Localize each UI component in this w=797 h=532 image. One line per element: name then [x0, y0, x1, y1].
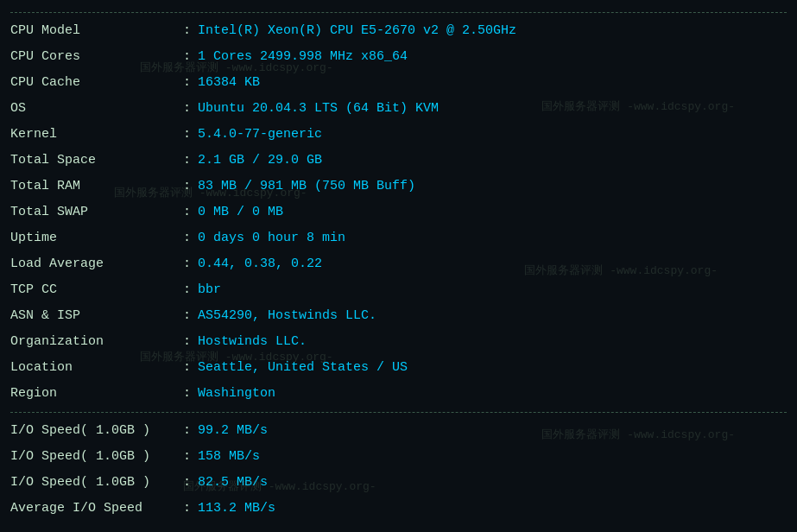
colon-2: : [183, 73, 191, 93]
colon-12: : [183, 332, 191, 352]
io-speed-1-value: 99.2 MB/s [198, 421, 268, 441]
total-swap-label: Total SWAP [10, 202, 183, 223]
table-row: CPU Model : Intel(R) Xeon(R) CPU E5-2670… [10, 18, 787, 44]
cpu-cache-value: 16384 KB [198, 73, 260, 93]
total-space-label: Total Space [10, 150, 183, 171]
region-label: Region [10, 383, 183, 404]
asn-isp-value: AS54290, Hostwinds LLC. [198, 306, 376, 326]
colon-7: : [183, 202, 191, 223]
table-row: Uptime : 0 days 0 hour 8 min [10, 225, 787, 251]
colon-14: : [183, 383, 191, 404]
middle-divider [10, 412, 787, 413]
load-average-label: Load Average [10, 254, 183, 275]
colon-5: : [183, 150, 191, 171]
io-speed-2-label: I/O Speed( 1.0GB ) [10, 446, 183, 467]
io-speed-3-value: 82.5 MB/s [198, 472, 268, 493]
table-row: CPU Cores : 1 Cores 2499.998 MHz x86_64 [10, 44, 787, 70]
total-swap-value: 0 MB / 0 MB [198, 202, 283, 223]
table-row: Kernel : 5.4.0-77-generic [10, 122, 787, 148]
colon-9: : [183, 254, 191, 275]
tcp-cc-label: TCP CC [10, 280, 183, 301]
uptime-value: 0 days 0 hour 8 min [198, 228, 345, 249]
avg-io-speed-label: Average I/O Speed [10, 498, 183, 519]
asn-isp-label: ASN & ISP [10, 306, 183, 326]
io-speed-1-label: I/O Speed( 1.0GB ) [10, 421, 183, 441]
colon-io-2: : [183, 472, 191, 493]
colon-0: : [183, 21, 191, 41]
colon-io-1: : [183, 446, 191, 467]
total-ram-label: Total RAM [10, 176, 183, 197]
os-label: OS [10, 98, 183, 119]
cpu-cores-label: CPU Cores [10, 47, 183, 67]
os-value: Ubuntu 20.04.3 LTS (64 Bit) KVM [198, 98, 439, 119]
colon-io-3: : [183, 498, 191, 519]
table-row: Region : Washington [10, 381, 787, 407]
location-label: Location [10, 358, 183, 378]
io-speed-2-value: 158 MB/s [198, 446, 260, 467]
colon-8: : [183, 228, 191, 249]
colon-10: : [183, 280, 191, 301]
table-row: CPU Cache : 16384 KB [10, 70, 787, 96]
table-row: Location : Seattle, United States / US [10, 355, 787, 381]
organization-label: Organization [10, 332, 183, 352]
colon-1: : [183, 47, 191, 67]
table-row: I/O Speed( 1.0GB ) : 158 MB/s [10, 444, 787, 470]
kernel-label: Kernel [10, 124, 183, 145]
table-row: I/O Speed( 1.0GB ) : 82.5 MB/s [10, 470, 787, 496]
table-row: Load Average : 0.44, 0.38, 0.22 [10, 251, 787, 277]
colon-6: : [183, 176, 191, 197]
cpu-cores-value: 1 Cores 2499.998 MHz x86_64 [198, 47, 408, 67]
load-average-value: 0.44, 0.38, 0.22 [198, 254, 322, 275]
table-row: Total Space : 2.1 GB / 29.0 GB [10, 148, 787, 174]
table-row: Average I/O Speed : 113.2 MB/s [10, 496, 787, 522]
kernel-value: 5.4.0-77-generic [198, 124, 322, 145]
tcp-cc-value: bbr [198, 280, 221, 301]
region-value: Washington [198, 383, 275, 404]
table-row: OS : Ubuntu 20.04.3 LTS (64 Bit) KVM [10, 96, 787, 122]
cpu-cache-label: CPU Cache [10, 73, 183, 93]
table-row: ASN & ISP : AS54290, Hostwinds LLC. [10, 303, 787, 329]
cpu-model-label: CPU Model [10, 21, 183, 41]
uptime-label: Uptime [10, 228, 183, 249]
colon-11: : [183, 306, 191, 326]
io-speed-3-label: I/O Speed( 1.0GB ) [10, 472, 183, 493]
top-divider [10, 12, 787, 13]
io-speed-section: I/O Speed( 1.0GB ) : 99.2 MB/s I/O Speed… [10, 418, 787, 522]
avg-io-speed-value: 113.2 MB/s [198, 498, 275, 519]
main-container: 国外服务器评测 -www.idcspy.org- 国外服务器评测 -www.id… [10, 12, 787, 522]
table-row: Total SWAP : 0 MB / 0 MB [10, 200, 787, 225]
system-info-section: CPU Model : Intel(R) Xeon(R) CPU E5-2670… [10, 18, 787, 407]
table-row: I/O Speed( 1.0GB ) : 99.2 MB/s [10, 418, 787, 444]
total-space-value: 2.1 GB / 29.0 GB [198, 150, 322, 171]
total-ram-value: 83 MB / 981 MB (750 MB Buff) [198, 176, 415, 197]
colon-io-0: : [183, 421, 191, 441]
colon-4: : [183, 124, 191, 145]
location-value: Seattle, United States / US [198, 358, 408, 378]
colon-3: : [183, 98, 191, 119]
table-row: TCP CC : bbr [10, 277, 787, 303]
organization-value: Hostwinds LLC. [198, 332, 307, 352]
table-row: Organization : Hostwinds LLC. [10, 329, 787, 355]
cpu-model-value: Intel(R) Xeon(R) CPU E5-2670 v2 @ 2.50GH… [198, 21, 516, 41]
colon-13: : [183, 358, 191, 378]
table-row: Total RAM : 83 MB / 981 MB (750 MB Buff) [10, 174, 787, 200]
